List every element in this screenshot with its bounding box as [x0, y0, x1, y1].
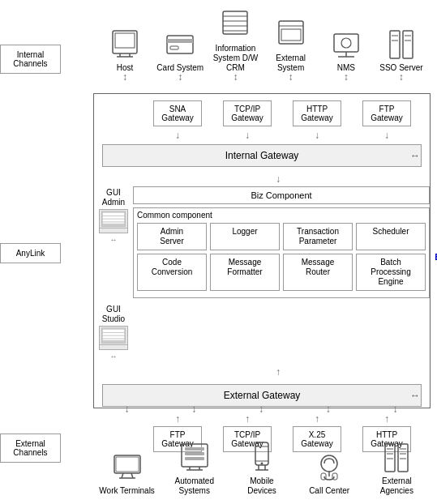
top-arrows: ↕ ↕ ↕ ↕ ↕ ↕ [97, 71, 429, 83]
svg-rect-47 [185, 452, 204, 455]
message-router-box: MessageRouter [283, 254, 353, 291]
components-row2: CodeConversion MessageFormatter MessageR… [137, 254, 426, 291]
pre-external-arrows: ↑ [135, 365, 422, 379]
info-system-icon [219, 8, 251, 41]
call-center-icon [313, 451, 345, 483]
gui-admin-label: GUIAdmin [96, 188, 131, 207]
internal-gateway-bar: Internal Gateway [102, 144, 422, 167]
svg-rect-21 [403, 31, 413, 58]
external-agencies-label: ExternalAgencies [380, 476, 413, 496]
gui-studio-label: GUIStudio [96, 305, 131, 324]
svg-rect-40 [114, 455, 140, 473]
msg-broker-label: MSGBroker [431, 239, 437, 263]
ftp-gateway-top-box: FTPGateway [362, 100, 411, 126]
mobile-devices-icon-item: MobileDevices [233, 441, 290, 496]
call-center-icon-item: Call Center [301, 451, 358, 496]
gui-studio-icon [99, 326, 128, 350]
svg-rect-1 [115, 33, 135, 48]
arrow-sso: ↕ [399, 71, 404, 83]
nms-icon [330, 28, 362, 60]
main-box: SNAGateway TCP/IPGateway HTTPGateway FTP… [93, 93, 431, 408]
diagram: Internal Channels AnyLink External Chann… [0, 0, 437, 504]
work-terminals-label: Work Terminals [99, 486, 155, 496]
external-system-icon-item: ExternalSystem [263, 18, 319, 73]
svg-line-43 [131, 473, 133, 478]
external-agencies-icon-item: ExternalAgencies [368, 441, 425, 496]
components-row1: AdminServer Logger TransactionParameter … [137, 223, 426, 250]
external-system-label: ExternalSystem [276, 53, 306, 73]
svg-rect-64 [398, 444, 408, 472]
scheduler-box: Scheduler [356, 223, 426, 250]
gui-studio-section: GUIStudio ↔ [94, 303, 133, 363]
bottom-connector-arrows: ↕ ↕ ↕ ↕ ↕ [93, 404, 429, 415]
svg-point-55 [260, 463, 263, 465]
transaction-parameter-box: TransactionParameter [283, 223, 353, 250]
gui-studio-row: GUIStudio ↔ [94, 303, 430, 363]
batch-processing-engine-box: BatchProcessingEngine [356, 254, 426, 291]
work-terminals-icon [111, 451, 144, 483]
internal-gateway-section: Internal Gateway ↔ [94, 144, 430, 167]
sso-server-icon [385, 28, 418, 60]
arrow-info: ↕ [233, 71, 238, 83]
external-channels-label: External Channels [0, 434, 61, 463]
mobile-devices-icon [246, 441, 278, 473]
svg-rect-6 [167, 39, 193, 43]
svg-rect-16 [334, 34, 358, 52]
common-component-box: Common component AdminServer Logger Tran… [133, 207, 430, 298]
svg-rect-48 [185, 457, 204, 460]
card-system-icon [164, 28, 196, 60]
sna-gateway-box: SNAGateway [153, 100, 202, 126]
gui-studio-arrow: ↔ [110, 352, 118, 361]
arrow-ext: ↕ [289, 71, 293, 83]
automated-systems-icon-item: AutomatedSystems [166, 441, 223, 496]
gui-admin-section: GUIAdmin ↔ [94, 186, 133, 301]
mobile-devices-label: MobileDevices [247, 476, 276, 496]
info-system-label: InformationSystem D/W CRM [208, 44, 263, 73]
main-content-area: GUIAdmin ↔ Biz Component [94, 186, 430, 301]
automated-systems-icon [178, 441, 211, 473]
http-gateway-top-box: HTTPGateway [293, 100, 341, 126]
gui-studio-spacer [133, 303, 430, 363]
host-icon [109, 28, 141, 60]
code-conversion-box: CodeConversion [137, 254, 207, 291]
common-component-label: Common component [137, 211, 426, 220]
svg-rect-52 [255, 442, 268, 465]
external-gateway-h-arrow: ↔ [410, 390, 420, 401]
internal-channels-label: Internal Channels [0, 45, 61, 74]
card-system-icon-item: Card System [152, 28, 208, 73]
arrow-host: ↕ [122, 71, 127, 83]
arrow-nms: ↕ [344, 71, 349, 83]
arrow-card: ↕ [178, 71, 182, 83]
post-internal-arrows: ↓ [135, 172, 422, 186]
svg-rect-20 [390, 31, 400, 58]
svg-rect-63 [385, 444, 395, 472]
external-agencies-icon [380, 441, 413, 473]
anylink-label: AnyLink [0, 243, 61, 263]
host-icon-item: Host [97, 28, 152, 73]
middle-content: Biz Component Common component AdminServ… [133, 186, 430, 301]
bottom-icons-row: Work Terminals AutomatedSystems [93, 441, 431, 496]
tcpip-gateway-box: TCP/IPGateway [223, 100, 272, 126]
gui-admin-icon [99, 209, 128, 233]
svg-line-42 [122, 473, 123, 478]
svg-rect-7 [170, 46, 178, 49]
info-system-icon-item: InformationSystem D/W CRM [208, 8, 263, 73]
automated-systems-label: AutomatedSystems [175, 476, 214, 496]
call-center-label: Call Center [309, 486, 349, 496]
gui-admin-arrow: ↔ [110, 236, 118, 244]
internal-gateway-h-arrow: ↔ [410, 150, 420, 161]
svg-rect-15 [281, 29, 301, 41]
sso-server-icon-item: SSO Server [374, 28, 429, 73]
svg-point-17 [341, 38, 351, 48]
svg-rect-0 [113, 31, 137, 53]
message-formatter-box: MessageFormatter [210, 254, 280, 291]
svg-point-59 [321, 455, 337, 472]
admin-server-box: AdminServer [137, 223, 207, 250]
work-terminals-icon-item: Work Terminals [99, 451, 156, 496]
top-gateways-row: SNAGateway TCP/IPGateway HTTPGateway FTP… [94, 94, 430, 130]
biz-component-box: Biz Component [133, 186, 430, 204]
top-icons-row: Host Card System InformationSystem D/W C… [97, 8, 429, 73]
external-system-icon [275, 18, 307, 50]
svg-rect-41 [116, 457, 139, 472]
logger-box: Logger [210, 223, 280, 250]
